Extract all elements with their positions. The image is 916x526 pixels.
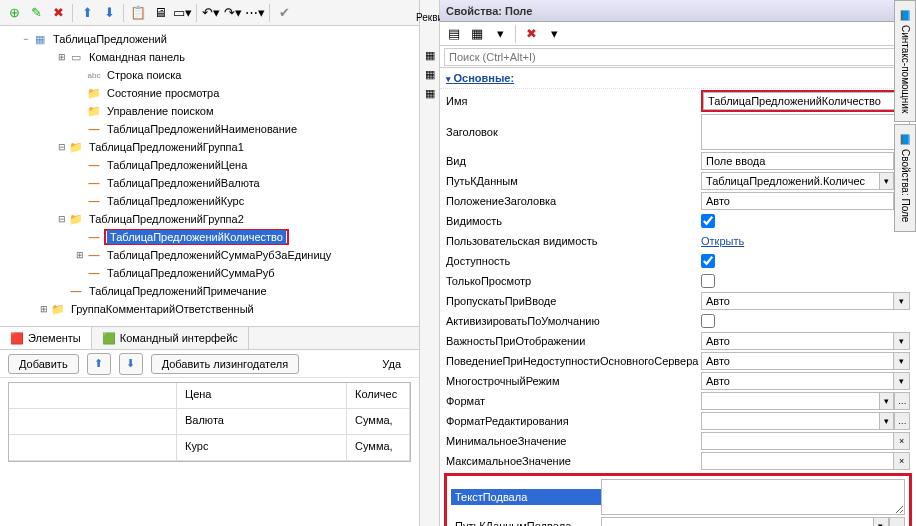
right-panel: Свойства: Поле ✕ ▤ ▦ ▾ ✖ ▾ Основные: Имя… <box>440 0 916 526</box>
move-up-button[interactable]: ⬆ <box>87 353 111 375</box>
prop-label: ТекстПодвала <box>451 489 601 505</box>
prop-combo[interactable] <box>701 292 893 310</box>
prop-label: Формат <box>446 395 701 407</box>
more-icon[interactable]: ⋯▾ <box>245 3 265 23</box>
edit-icon[interactable]: ✎ <box>26 3 46 23</box>
dd-icon[interactable]: ▾ <box>544 24 564 44</box>
props-search <box>440 46 916 68</box>
prop-combo[interactable] <box>701 332 893 350</box>
stub-tab[interactable]: Рекви <box>416 12 443 23</box>
tree-node[interactable]: ТаблицаПредложенийПримечание <box>86 284 270 298</box>
search-input[interactable] <box>444 48 912 66</box>
stub-icon: ▦ <box>425 68 435 81</box>
grid-cell: Курс <box>177 435 347 460</box>
prop-input[interactable] <box>703 92 908 110</box>
stub-icon: ▦ <box>425 87 435 100</box>
add-lessor-button[interactable]: Добавить лизингодателя <box>151 354 299 374</box>
tree-node[interactable]: ТаблицаПредложенийНаименование <box>104 122 300 136</box>
form-tree: −▦ТаблицаПредложений⊞▭Командная панельab… <box>0 26 419 326</box>
tree-root[interactable]: ТаблицаПредложений <box>50 32 170 46</box>
side-tab[interactable]: 📘Синтакс-помощник <box>894 0 916 122</box>
tree-node[interactable]: ТаблицаПредложенийГруппа2 <box>86 212 247 226</box>
down-icon[interactable]: ⬇ <box>99 3 119 23</box>
expand-icon[interactable]: ⊟ <box>56 214 68 224</box>
delete-button[interactable]: Уда <box>372 355 411 373</box>
props-title-bar: Свойства: Поле ✕ <box>440 0 916 22</box>
tree-node[interactable]: ТаблицаПредложенийГруппа1 <box>86 140 247 154</box>
prop-checkbox[interactable] <box>701 254 715 268</box>
side-tab[interactable]: 📘Свойства: Поле <box>894 124 916 231</box>
prop-link[interactable]: Открыть <box>701 235 744 247</box>
delete-icon[interactable]: ✖ <box>48 3 68 23</box>
tab-Командный интерфейс[interactable]: 🟩Командный интерфейс <box>92 327 249 349</box>
props-title: Свойства: Поле <box>446 5 532 17</box>
move-down-button[interactable]: ⬇ <box>119 353 143 375</box>
section-header[interactable]: Основные: <box>440 68 916 89</box>
tab-icon: 🟩 <box>102 332 116 345</box>
tree-node[interactable]: ТаблицаПредложенийКурс <box>104 194 247 208</box>
tree-node[interactable]: ТаблицаПредложенийЦена <box>104 158 250 172</box>
tree-node[interactable]: Управление поиском <box>104 104 217 118</box>
prop-combo[interactable] <box>701 152 893 170</box>
redo-icon[interactable]: ↷▾ <box>223 3 243 23</box>
left-panel: ⊕ ✎ ✖ ⬆ ⬇ 📋 🖥 ▭▾ ↶▾ ↷▾ ⋯▾ ✔ −▦ТаблицаПре… <box>0 0 420 526</box>
tree-node[interactable]: Командная панель <box>86 50 188 64</box>
tree-node[interactable]: ТаблицаПредложенийСуммаРубЗаЕдиницу <box>104 248 334 262</box>
tab-icon: 🟥 <box>10 332 24 345</box>
prop-combo[interactable] <box>701 412 879 430</box>
preview-grid: ЦенаКоличесВалютаСумма,КурсСумма, <box>8 382 411 462</box>
prop-combo[interactable] <box>701 372 893 390</box>
grid-header <box>9 383 177 408</box>
prop-label: МногострочныйРежим <box>446 375 701 387</box>
props-toolbar: ▤ ▦ ▾ ✖ ▾ <box>440 22 916 46</box>
prop-checkbox[interactable] <box>701 314 715 328</box>
tree-node[interactable]: ГруппаКомментарийОтветственный <box>68 302 257 316</box>
tree-node[interactable]: ТаблицаПредложенийВалюта <box>104 176 263 190</box>
grid-cell: Валюта <box>177 409 347 434</box>
prop-label: ВажностьПриОтображении <box>446 335 701 347</box>
expand-icon[interactable]: ⊞ <box>74 250 86 260</box>
dropdown-icon[interactable]: ▾ <box>879 392 895 410</box>
clear-icon[interactable]: ✖ <box>521 24 541 44</box>
prop-label: МинимальноеЗначение <box>446 435 701 447</box>
dropdown-icon[interactable]: ▾ <box>879 172 895 190</box>
prop-combo[interactable] <box>701 352 893 370</box>
screen-icon[interactable]: 🖥 <box>150 3 170 23</box>
prop-label: Имя <box>446 95 701 107</box>
sort-icon[interactable]: ▤ <box>444 24 464 44</box>
prop-combo[interactable] <box>701 192 893 210</box>
grid-cell: Сумма, <box>347 409 410 434</box>
prop-input[interactable] <box>701 452 893 470</box>
tab-Элементы[interactable]: 🟥Элементы <box>0 327 92 349</box>
prop-label: АктивизироватьПоУмолчанию <box>446 315 701 327</box>
tree-node[interactable]: ТаблицаПредложенийСуммаРуб <box>104 266 278 280</box>
prop-label: ПутьКДаннымПодвала <box>451 518 601 526</box>
add-button[interactable]: Добавить <box>8 354 79 374</box>
prop-combo[interactable] <box>601 517 873 526</box>
filter-icon[interactable]: ▦ <box>467 24 487 44</box>
prop-checkbox[interactable] <box>701 214 715 228</box>
copy-icon[interactable]: 📋 <box>128 3 148 23</box>
doc-icon[interactable]: ▭▾ <box>172 3 192 23</box>
check-icon[interactable]: ✔ <box>274 3 294 23</box>
side-tabs: 📘Синтакс-помощник📘Свойства: Поле <box>894 0 916 526</box>
middle-stub: Рекви ▦ ▦ ▦ <box>420 0 440 526</box>
expand-icon[interactable]: ⊟ <box>56 142 68 152</box>
up-icon[interactable]: ⬆ <box>77 3 97 23</box>
undo-icon[interactable]: ↶▾ <box>201 3 221 23</box>
dropdown-icon[interactable]: ▾ <box>879 412 895 430</box>
tree-node[interactable]: ТаблицаПредложенийКоличество <box>107 230 286 244</box>
add-icon[interactable]: ⊕ <box>4 3 24 23</box>
prop-textarea[interactable] <box>701 114 910 150</box>
tree-node[interactable]: Состояние просмотра <box>104 86 222 100</box>
expand-icon[interactable]: ⊞ <box>56 52 68 62</box>
prop-checkbox[interactable] <box>701 274 715 288</box>
dropdown-icon[interactable]: ▾ <box>873 517 889 526</box>
prop-combo[interactable] <box>701 392 879 410</box>
expand-icon[interactable]: ▾ <box>490 24 510 44</box>
prop-combo[interactable] <box>701 172 879 190</box>
tree-node[interactable]: Строка поиска <box>104 68 184 82</box>
prop-input[interactable] <box>701 432 893 450</box>
expand-icon[interactable]: ⊞ <box>38 304 50 314</box>
prop-textarea[interactable] <box>601 479 905 515</box>
